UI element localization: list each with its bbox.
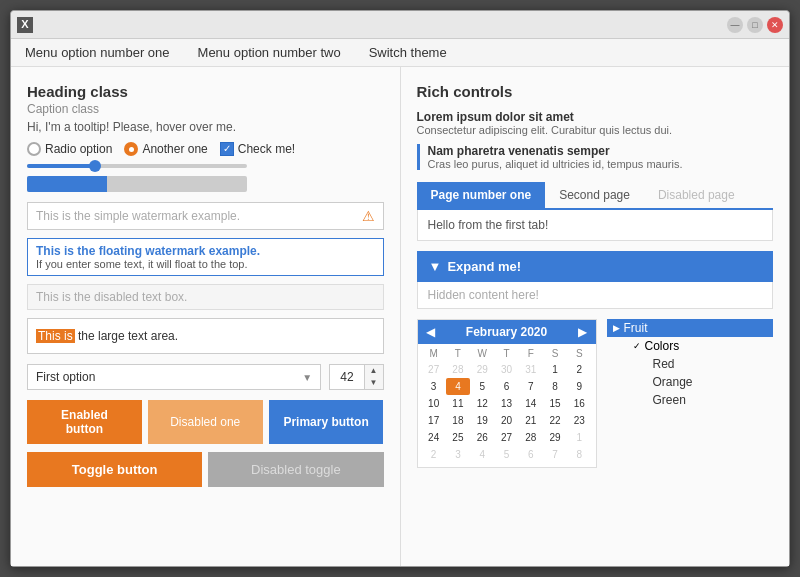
tab-page-one[interactable]: Page number one [417, 182, 546, 208]
floating-label: This is the floating watermark example. [36, 244, 375, 258]
cal-day[interactable]: 2 [567, 361, 591, 378]
slider-thumb[interactable] [89, 160, 101, 172]
tree-item-fruit[interactable]: ▶ Fruit [607, 319, 774, 337]
large-text-area[interactable]: This is the large text area. [27, 318, 384, 354]
cal-day[interactable]: 7 [543, 446, 567, 463]
cal-day[interactable]: 7 [519, 378, 543, 395]
cal-day[interactable]: 18 [446, 412, 470, 429]
radio-circle-1[interactable] [27, 142, 41, 156]
cal-day[interactable]: 5 [470, 378, 494, 395]
accordion-button[interactable]: ▼ Expand me! [417, 251, 774, 282]
menu-bar: Menu option number one Menu option numbe… [11, 39, 789, 67]
cal-day[interactable]: 6 [494, 378, 518, 395]
tree-arrow-icon: ▶ [613, 323, 620, 333]
highlight-this: This is [36, 329, 75, 343]
tree-child-green[interactable]: Green [647, 391, 774, 409]
cal-day[interactable]: 24 [422, 429, 446, 446]
cal-day[interactable]: 26 [470, 429, 494, 446]
tree-child-orange[interactable]: Orange [647, 373, 774, 391]
menu-item-1[interactable]: Menu option number one [21, 43, 174, 62]
spinner-up-button[interactable]: ▲ [365, 365, 383, 377]
calendar-month-label: February 2020 [466, 325, 547, 339]
cal-day[interactable]: 23 [567, 412, 591, 429]
calendar-prev-button[interactable]: ◀ [426, 325, 435, 339]
cal-day[interactable]: 1 [543, 361, 567, 378]
checkbox-checked[interactable] [220, 142, 234, 156]
menu-item-3[interactable]: Switch theme [365, 43, 451, 62]
menu-item-2[interactable]: Menu option number two [194, 43, 345, 62]
cal-day[interactable]: 19 [470, 412, 494, 429]
simple-watermark-input[interactable]: This is the simple watermark example. ⚠ [27, 202, 384, 230]
app-icon: X [17, 17, 33, 33]
tree-child-green-label: Green [653, 393, 686, 407]
disabled-button: Disabled one [148, 400, 263, 444]
cal-day[interactable]: 29 [470, 361, 494, 378]
tree-child-group: ✓ Colors Red Orange Green [607, 337, 774, 409]
spinner-down-button[interactable]: ▼ [365, 377, 383, 389]
cal-day[interactable]: 29 [543, 429, 567, 446]
cal-day[interactable]: 8 [543, 378, 567, 395]
cal-day[interactable]: 3 [422, 378, 446, 395]
primary-button[interactable]: Primary button [269, 400, 384, 444]
cal-day[interactable]: 16 [567, 395, 591, 412]
radio-circle-2[interactable] [124, 142, 138, 156]
tree-item-colors[interactable]: ✓ Colors [627, 337, 774, 355]
minimize-button[interactable]: — [727, 17, 743, 33]
spinner-arrows: ▲ ▼ [364, 365, 383, 388]
cal-day[interactable]: 4 [470, 446, 494, 463]
radio-item-2[interactable]: Another one [124, 142, 207, 156]
cal-day[interactable]: 2 [422, 446, 446, 463]
tab-second-page[interactable]: Second page [545, 182, 644, 208]
cal-day[interactable]: 30 [494, 361, 518, 378]
cal-day[interactable]: 12 [470, 395, 494, 412]
tooltip-text: Hi, I'm a tooltip! Please, hover over me… [27, 120, 384, 134]
cal-day[interactable]: 31 [519, 361, 543, 378]
cal-day[interactable]: 28 [519, 429, 543, 446]
cal-day[interactable]: 11 [446, 395, 470, 412]
radio-item-1[interactable]: Radio option [27, 142, 112, 156]
maximize-button[interactable]: □ [747, 17, 763, 33]
radio-checkbox-row: Radio option Another one Check me! [27, 142, 384, 156]
radio-label-2: Another one [142, 142, 207, 156]
cal-day-today[interactable]: 4 [446, 378, 470, 395]
calendar-tree-container: ◀ February 2020 ▶ M T W T F S S [417, 319, 774, 468]
checkbox-item[interactable]: Check me! [220, 142, 295, 156]
tabs-row: Page number one Second page Disabled pag… [417, 182, 774, 210]
calendar-grid: M T W T F S S 27 28 29 [418, 344, 596, 467]
tree-group-label: Colors [645, 339, 680, 353]
tree-children: Red Orange Green [627, 355, 774, 409]
button-row-2: Toggle button Disabled toggle [27, 452, 384, 487]
cal-day[interactable]: 21 [519, 412, 543, 429]
cal-day[interactable]: 9 [567, 378, 591, 395]
cal-day[interactable]: 8 [567, 446, 591, 463]
cal-day[interactable]: 27 [494, 429, 518, 446]
disabled-text-box: This is the disabled text box. [27, 284, 384, 310]
cal-day[interactable]: 20 [494, 412, 518, 429]
floating-watermark-box[interactable]: This is the floating watermark example. … [27, 238, 384, 276]
cal-day[interactable]: 28 [446, 361, 470, 378]
select-box[interactable]: First option ▼ [27, 364, 321, 390]
spinner-box[interactable]: 42 ▲ ▼ [329, 364, 383, 390]
cal-day[interactable]: 17 [422, 412, 446, 429]
calendar-next-button[interactable]: ▶ [578, 325, 587, 339]
cal-day[interactable]: 27 [422, 361, 446, 378]
cal-day[interactable]: 13 [494, 395, 518, 412]
cal-day[interactable]: 14 [519, 395, 543, 412]
tab-content: Hello from the first tab! [417, 210, 774, 241]
cal-day[interactable]: 1 [567, 429, 591, 446]
cal-day[interactable]: 15 [543, 395, 567, 412]
cal-day[interactable]: 3 [446, 446, 470, 463]
enabled-button[interactable]: Enabled button [27, 400, 142, 444]
cal-day[interactable]: 6 [519, 446, 543, 463]
close-button[interactable]: ✕ [767, 17, 783, 33]
cal-day[interactable]: 25 [446, 429, 470, 446]
tree-child-red[interactable]: Red [647, 355, 774, 373]
calendar-header: ◀ February 2020 ▶ [418, 320, 596, 344]
cal-day[interactable]: 10 [422, 395, 446, 412]
toggle-button[interactable]: Toggle button [27, 452, 202, 487]
cal-day[interactable]: 5 [494, 446, 518, 463]
checkbox-label: Check me! [238, 142, 295, 156]
rich-controls-title: Rich controls [417, 83, 774, 100]
cal-day[interactable]: 22 [543, 412, 567, 429]
slider-track[interactable] [27, 164, 247, 168]
